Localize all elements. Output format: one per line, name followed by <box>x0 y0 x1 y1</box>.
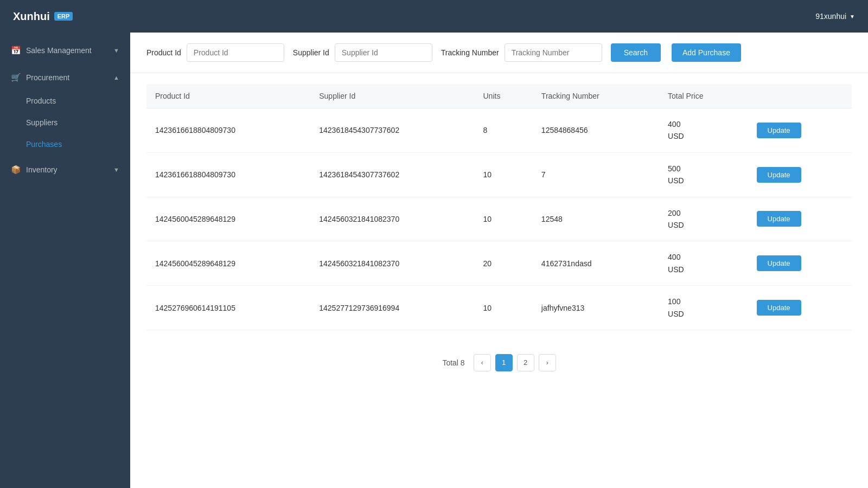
navbar: Xunhui ERP 91xunhui ▼ <box>0 0 868 33</box>
supplier-id-filter-group: Supplier Id <box>293 43 432 62</box>
col-header-units: Units <box>475 84 533 108</box>
cell-product-id: 1424560045289648129 <box>146 241 310 286</box>
update-button[interactable]: Update <box>757 300 801 316</box>
supplier-id-label: Supplier Id <box>293 48 329 57</box>
update-button[interactable]: Update <box>757 167 801 183</box>
cell-units: 8 <box>475 108 533 153</box>
filter-bar: Product Id Supplier Id Tracking Number S… <box>130 33 868 73</box>
sidebar: 📅 Sales Management ▼ 🛒 Procurement ▲ Pro… <box>0 33 130 488</box>
tracking-number-input[interactable] <box>505 43 602 62</box>
cell-units: 20 <box>475 241 533 286</box>
cell-total-price: 400USD <box>659 108 748 153</box>
user-menu[interactable]: 91xunhui ▼ <box>815 12 855 21</box>
update-button[interactable]: Update <box>757 255 801 271</box>
product-id-filter-group: Product Id <box>146 43 284 62</box>
cell-action: Update <box>748 197 852 241</box>
sidebar-section-sales: 📅 Sales Management ▼ <box>0 38 130 63</box>
tracking-number-label: Tracking Number <box>441 48 499 57</box>
sidebar-item-suppliers[interactable]: Suppliers <box>0 112 130 133</box>
search-button[interactable]: Search <box>611 43 661 62</box>
box-icon: 📦 <box>11 165 21 175</box>
sidebar-inventory-label: Inventory <box>26 165 58 174</box>
update-button[interactable]: Update <box>757 123 801 138</box>
cell-units: 10 <box>475 197 533 241</box>
cell-units: 10 <box>475 152 533 197</box>
pagination-total: Total 8 <box>442 358 464 367</box>
update-button[interactable]: Update <box>757 211 801 227</box>
cell-total-price: 100USD <box>659 286 748 330</box>
procurement-chevron-icon: ▲ <box>113 74 119 81</box>
brand-erp-badge: ERP <box>54 12 73 21</box>
pagination-page-2[interactable]: 2 <box>517 354 534 371</box>
col-header-product-id: Product Id <box>146 84 310 108</box>
user-chevron-icon: ▼ <box>850 14 855 20</box>
calendar-icon: 📅 <box>11 46 21 55</box>
sidebar-item-procurement[interactable]: 🛒 Procurement ▲ <box>0 65 130 90</box>
sidebar-section-procurement: 🛒 Procurement ▲ Products Suppliers Purch… <box>0 65 130 155</box>
col-header-tracking-number: Tracking Number <box>533 84 659 108</box>
add-purchase-button[interactable]: Add Purchase <box>672 43 741 62</box>
sidebar-sales-label: Sales Management <box>26 46 92 55</box>
procurement-sub-items: Products Suppliers Purchases <box>0 90 130 155</box>
sidebar-item-products[interactable]: Products <box>0 90 130 112</box>
col-header-total-price: Total Price <box>659 84 748 108</box>
cell-action: Update <box>748 152 852 197</box>
product-id-label: Product Id <box>146 48 181 57</box>
table-row: 1423616618804809730 1423618454307737602 … <box>146 108 852 153</box>
cell-total-price: 400USD <box>659 241 748 286</box>
username-label: 91xunhui <box>815 12 846 21</box>
pagination-bar: Total 8 ‹ 1 2 › <box>130 341 868 384</box>
main-content: Product Id Supplier Id Tracking Number S… <box>130 33 868 488</box>
cell-total-price: 200USD <box>659 197 748 241</box>
sidebar-item-purchases[interactable]: Purchases <box>0 133 130 155</box>
main-layout: 📅 Sales Management ▼ 🛒 Procurement ▲ Pro… <box>0 33 868 488</box>
table-row: 1424560045289648129 1424560321841082370 … <box>146 241 852 286</box>
cell-action: Update <box>748 286 852 330</box>
table-header: Product Id Supplier Id Units Tracking Nu… <box>146 84 852 108</box>
pagination-prev-button[interactable]: ‹ <box>474 354 491 371</box>
cell-supplier-id: 1423618454307737602 <box>310 152 474 197</box>
sidebar-item-inventory[interactable]: 📦 Inventory ▼ <box>0 157 130 182</box>
sidebar-procurement-label: Procurement <box>26 73 69 82</box>
tracking-number-filter-group: Tracking Number <box>441 43 602 62</box>
col-header-supplier-id: Supplier Id <box>310 84 474 108</box>
cell-supplier-id: 1423618454307737602 <box>310 108 474 153</box>
cell-tracking-number: 4162731ndasd <box>533 241 659 286</box>
table-row: 1425276960614191105 1425277129736916994 … <box>146 286 852 330</box>
purchases-table: Product Id Supplier Id Units Tracking Nu… <box>146 84 852 330</box>
cell-product-id: 1425276960614191105 <box>146 286 310 330</box>
product-id-input[interactable] <box>187 43 284 62</box>
cell-supplier-id: 1424560321841082370 <box>310 197 474 241</box>
table-row: 1423616618804809730 1423618454307737602 … <box>146 152 852 197</box>
cell-tracking-number: 12584868456 <box>533 108 659 153</box>
cell-supplier-id: 1424560321841082370 <box>310 241 474 286</box>
purchases-table-container: Product Id Supplier Id Units Tracking Nu… <box>130 73 868 341</box>
cell-product-id: 1423616618804809730 <box>146 108 310 153</box>
brand-name: Xunhui <box>13 10 50 23</box>
inventory-chevron-icon: ▼ <box>113 166 119 173</box>
cell-total-price: 500USD <box>659 152 748 197</box>
cart-icon: 🛒 <box>11 73 21 82</box>
cell-tracking-number: 12548 <box>533 197 659 241</box>
cell-tracking-number: 7 <box>533 152 659 197</box>
cell-product-id: 1424560045289648129 <box>146 197 310 241</box>
sidebar-section-inventory: 📦 Inventory ▼ <box>0 157 130 182</box>
cell-tracking-number: jafhyfvne313 <box>533 286 659 330</box>
cell-action: Update <box>748 241 852 286</box>
pagination-next-button[interactable]: › <box>539 354 556 371</box>
sales-chevron-icon: ▼ <box>113 47 119 54</box>
sidebar-item-sales-management[interactable]: 📅 Sales Management ▼ <box>0 38 130 63</box>
cell-units: 10 <box>475 286 533 330</box>
pagination-page-1[interactable]: 1 <box>495 354 513 371</box>
cell-product-id: 1423616618804809730 <box>146 152 310 197</box>
cell-action: Update <box>748 108 852 153</box>
cell-supplier-id: 1425277129736916994 <box>310 286 474 330</box>
table-row: 1424560045289648129 1424560321841082370 … <box>146 197 852 241</box>
brand-logo: Xunhui ERP <box>13 10 73 23</box>
col-header-actions <box>748 84 852 108</box>
table-body: 1423616618804809730 1423618454307737602 … <box>146 108 852 330</box>
supplier-id-input[interactable] <box>335 43 432 62</box>
